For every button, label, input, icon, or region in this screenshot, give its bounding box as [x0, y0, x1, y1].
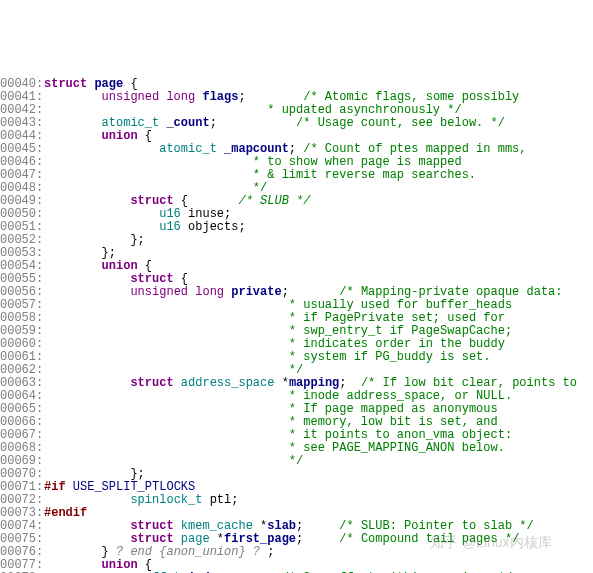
token-ty: u16 — [159, 220, 188, 234]
token-txt: }; — [130, 467, 144, 481]
token-txt: ; — [238, 90, 303, 104]
line-code: spinlock_t ptl; — [44, 494, 593, 507]
token-txt: }; — [102, 246, 116, 260]
token-ty: atomic_t — [102, 116, 167, 130]
token-kw: struct — [130, 532, 180, 546]
token-txt: * — [217, 532, 224, 546]
token-cm: /* Usage count, see below. */ — [296, 116, 505, 130]
code-line: 00072: spinlock_t ptl; — [0, 494, 593, 507]
token-macro: USE_SPLIT_PTLOCKS — [73, 480, 195, 494]
token-kw: union — [102, 129, 138, 143]
token-cm: /* SLUB: Pointer to slab */ — [339, 519, 533, 533]
token-anon: ? end {anon_union} ? — [116, 545, 267, 559]
token-kw: struct — [130, 272, 173, 286]
token-cm: */ — [130, 363, 303, 377]
code-lines: 00040: struct page {00041: unsigned long… — [0, 78, 593, 573]
token-cm: * inode address_space, or NULL. — [130, 389, 512, 403]
token-kw2: unsigned long — [130, 285, 231, 299]
token-ty: atomic_t — [159, 142, 224, 156]
token-id: page — [94, 77, 123, 91]
token-cm: * If page mapped as anonymous — [130, 402, 497, 416]
token-cm: * & limit reverse map searches. — [159, 168, 476, 182]
token-cm: * usually used for buffer_heads — [130, 298, 512, 312]
token-txt: { — [123, 77, 137, 91]
token-txt: }; — [130, 233, 144, 247]
token-cm: * if PagePrivate set; used for — [130, 311, 504, 325]
token-cm: /* If low bit clear, points to — [361, 376, 577, 390]
token-ty: kmem_cache — [181, 519, 260, 533]
token-txt: } — [102, 545, 116, 559]
token-kw: struct — [130, 376, 180, 390]
token-kw: struct — [44, 77, 94, 91]
token-id: mapping — [289, 376, 339, 390]
token-pp: #if — [44, 480, 73, 494]
token-kw: struct — [130, 519, 180, 533]
line-code: }; — [44, 234, 593, 247]
token-kw: struct — [130, 194, 173, 208]
token-ty: u16 — [159, 207, 188, 221]
token-txt: ; — [210, 116, 296, 130]
token-txt: ; — [296, 519, 339, 533]
token-txt: objects; — [188, 220, 246, 234]
token-kw2: unsigned long — [102, 90, 203, 104]
token-ty: address_space — [181, 376, 282, 390]
token-txt: inuse; — [188, 207, 231, 221]
token-txt: ; — [339, 376, 361, 390]
token-cm: */ — [159, 181, 267, 195]
code-viewer: 00040: struct page {00041: unsigned long… — [0, 52, 593, 573]
token-cm-i: /* SLUB */ — [238, 194, 310, 208]
token-txt: ; — [296, 532, 339, 546]
token-txt: * — [282, 376, 289, 390]
token-ty: spinlock_t — [130, 493, 209, 507]
token-kw: union — [102, 259, 138, 273]
token-cm: * indicates order in the buddy — [130, 337, 504, 351]
token-txt: ; — [267, 545, 274, 559]
token-txt: { — [174, 194, 239, 208]
token-cm: * swp_entry_t if PageSwapCache; — [130, 324, 512, 338]
token-ty: page — [181, 532, 217, 546]
token-cm: /* Atomic flags, some possibly — [303, 90, 519, 104]
token-id: first_page — [224, 532, 296, 546]
token-txt: { — [174, 272, 188, 286]
token-cm: /* Compound tail pages */ — [339, 532, 519, 546]
token-txt: { — [138, 129, 152, 143]
token-txt: { — [138, 259, 152, 273]
token-id: _count — [166, 116, 209, 130]
token-cm: * updated asynchronously */ — [102, 103, 462, 117]
token-cm: /* Count of ptes mapped in mms, — [303, 142, 526, 156]
token-cm: * system if PG_buddy is set. — [130, 350, 490, 364]
token-cm: */ — [130, 454, 303, 468]
token-txt: ; — [282, 285, 340, 299]
token-cm: * it points to anon_vma object: — [130, 428, 512, 442]
token-id: flags — [202, 90, 238, 104]
token-pp: #endif — [44, 506, 87, 520]
token-id: private — [231, 285, 281, 299]
token-cm: * to show when page is mapped — [159, 155, 461, 169]
token-id: _mapcount — [224, 142, 289, 156]
token-txt: ptl; — [210, 493, 239, 507]
token-kw: union — [102, 558, 138, 572]
token-txt: { — [138, 558, 152, 572]
token-cm: * see PAGE_MAPPING_ANON below. — [130, 441, 504, 455]
token-cm: /* Mapping-private opaque data: — [339, 285, 562, 299]
token-cm: * memory, low bit is set, and — [130, 415, 497, 429]
token-id: slab — [267, 519, 296, 533]
token-txt: ; — [289, 142, 303, 156]
